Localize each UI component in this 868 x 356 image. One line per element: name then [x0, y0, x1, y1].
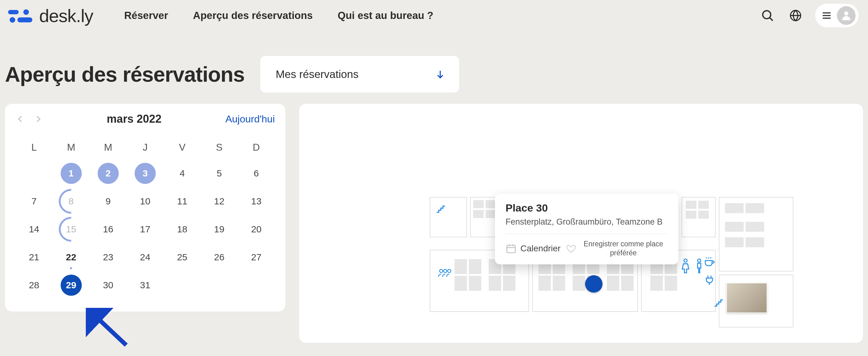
popover-subtitle: Fensterplatz, Großraumbüro, Teamzone B [505, 217, 668, 234]
filter-select[interactable]: Mes réservations [260, 56, 459, 93]
calendar-panel: mars 2022 Aujourd'hui L M M J V S D 1 2 … [5, 104, 285, 312]
calendar-day[interactable]: 30 [90, 271, 127, 299]
svg-point-1 [23, 9, 29, 15]
calendar-month-label: mars 2022 [43, 112, 225, 126]
calendar-day[interactable]: 7 [16, 187, 53, 215]
user-menu[interactable] [815, 4, 859, 27]
brand-logo[interactable]: desk.ly [8, 5, 93, 26]
calendar-day[interactable]: 9 [90, 187, 127, 215]
calendar-day [238, 271, 275, 299]
today-link[interactable]: Aujourd'hui [225, 114, 275, 125]
desk-cluster [725, 237, 764, 247]
arrow-down-icon [435, 69, 445, 79]
man-icon [694, 258, 704, 274]
next-month-button[interactable] [34, 114, 43, 124]
dow: V [164, 142, 201, 159]
desk-cluster [473, 200, 496, 218]
calendar-day[interactable]: 6 [238, 159, 275, 187]
calendar-day[interactable]: 11 [164, 187, 201, 215]
stairs-icon [435, 202, 447, 216]
calendar-grid: L M M J V S D 1 2 3 4 5 6 7 8 9 10 1 [16, 142, 275, 299]
calendar-day[interactable]: 17 [127, 215, 163, 243]
dow: S [201, 142, 238, 159]
svg-point-10 [844, 11, 848, 15]
desk-cluster [725, 222, 764, 232]
calendar-day[interactable]: 8 [53, 187, 90, 215]
calendar-day [164, 271, 201, 299]
svg-line-5 [770, 18, 773, 21]
svg-point-17 [698, 259, 701, 262]
content: mars 2022 Aujourd'hui L M M J V S D 1 2 … [0, 104, 868, 343]
menu-icon [822, 10, 832, 21]
calendar-day[interactable]: 23 [90, 243, 127, 271]
desk-popover: Place 30 Fensterplatz, Großraumbüro, Tea… [495, 194, 678, 264]
calendar-day-selected[interactable]: 29 [53, 271, 90, 299]
search-icon[interactable] [759, 7, 776, 24]
room-photo[interactable] [726, 283, 767, 313]
page-title: Aperçu des réservations [5, 62, 245, 86]
calendar-day[interactable]: 10 [127, 187, 163, 215]
nav-whos-in[interactable]: Qui est au bureau ? [338, 10, 433, 22]
calendar-nav [16, 114, 43, 124]
calendar-day[interactable]: 19 [201, 215, 238, 243]
svg-line-12 [94, 315, 126, 345]
annotation-arrow-icon [86, 308, 135, 351]
calendar-day[interactable]: 14 [16, 215, 53, 243]
title-row: Aperçu des réservations Mes réservations [0, 31, 868, 104]
plug-icon [703, 274, 716, 288]
popover-favorite-link[interactable]: Enregistrer comme place préférée [583, 239, 664, 258]
desk-cluster [686, 201, 709, 219]
globe-icon[interactable] [787, 7, 804, 24]
calendar-day[interactable]: 2 [90, 159, 127, 187]
nav-reserve[interactable]: Réserver [124, 10, 168, 22]
calendar-day[interactable]: 20 [238, 215, 275, 243]
calendar-day[interactable]: 18 [164, 215, 201, 243]
calendar-day[interactable]: 12 [201, 187, 238, 215]
calendar-day[interactable]: 27 [238, 243, 275, 271]
stairs-icon [713, 296, 725, 310]
calendar-day [201, 271, 238, 299]
svg-rect-3 [18, 18, 32, 22]
svg-point-14 [444, 269, 447, 272]
svg-point-4 [763, 10, 771, 19]
header-actions [759, 4, 859, 27]
calendar-day[interactable]: 3 [127, 159, 163, 187]
svg-point-13 [440, 269, 443, 272]
calendar-day[interactable]: 13 [238, 187, 275, 215]
selected-desk-marker[interactable] [585, 275, 602, 293]
user-avatar-icon [837, 6, 856, 25]
desk-cluster [725, 203, 764, 213]
calendar-icon [505, 243, 517, 254]
dow: L [16, 142, 53, 159]
dow: D [238, 142, 275, 159]
calendar-day[interactable]: 21 [16, 243, 53, 271]
heart-icon [566, 244, 576, 254]
logo-mark-icon [8, 8, 35, 23]
dow: M [53, 142, 90, 159]
calendar-day[interactable]: 26 [201, 243, 238, 271]
svg-point-16 [684, 259, 687, 262]
calendar-day[interactable]: 28 [16, 271, 53, 299]
svg-rect-0 [8, 10, 19, 14]
floorplan-panel[interactable]: Place 30 Fensterplatz, Großraumbüro, Tea… [299, 104, 863, 343]
svg-point-2 [10, 17, 15, 23]
calendar-day[interactable]: 5 [201, 159, 238, 187]
popover-calendar-link[interactable]: Calendrier [520, 244, 561, 254]
calendar-day[interactable]: 24 [127, 243, 163, 271]
calendar-day[interactable]: 22 [53, 243, 90, 271]
calendar-day[interactable]: 25 [164, 243, 201, 271]
svg-point-15 [448, 269, 451, 272]
nav-overview[interactable]: Aperçu des réservations [193, 10, 313, 22]
coffee-icon [703, 255, 716, 269]
popover-title: Place 30 [505, 202, 668, 214]
calendar-day[interactable]: 31 [127, 271, 163, 299]
calendar-day[interactable]: 15 [53, 215, 90, 243]
calendar-header: mars 2022 Aujourd'hui [16, 112, 275, 126]
prev-month-button[interactable] [16, 114, 25, 124]
calendar-day[interactable]: 4 [164, 159, 201, 187]
calendar-day[interactable]: 1 [53, 159, 90, 187]
svg-rect-18 [507, 245, 516, 253]
filter-selected-label: Mes réservations [276, 68, 359, 80]
dow: M [90, 142, 127, 159]
calendar-day[interactable]: 16 [90, 215, 127, 243]
